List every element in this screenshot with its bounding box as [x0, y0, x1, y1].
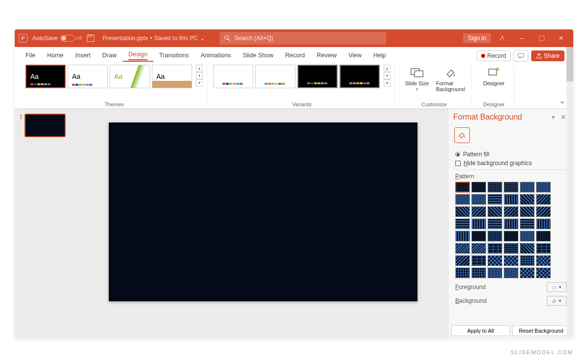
search-input[interactable]: Search (Alt+Q)	[220, 32, 386, 45]
pattern-swatch[interactable]	[504, 231, 518, 242]
tab-slideshow[interactable]: Slide Show	[237, 49, 279, 62]
pattern-swatch[interactable]	[471, 267, 486, 278]
pattern-swatch[interactable]	[504, 255, 518, 266]
pattern-swatch[interactable]	[520, 194, 535, 205]
pattern-swatch[interactable]	[488, 218, 502, 229]
tab-review[interactable]: Review	[311, 49, 343, 62]
tab-design[interactable]: Design	[122, 48, 153, 62]
variant-option[interactable]	[340, 65, 380, 88]
tab-insert[interactable]: Insert	[70, 49, 97, 62]
pattern-swatch[interactable]	[504, 243, 518, 254]
maximize-button[interactable]	[533, 31, 550, 45]
pattern-swatch[interactable]	[488, 182, 502, 193]
pattern-swatch[interactable]	[536, 267, 551, 278]
pattern-swatch[interactable]	[488, 243, 502, 254]
pattern-swatch[interactable]	[520, 243, 535, 254]
tab-file[interactable]: File	[20, 49, 41, 62]
pattern-swatch[interactable]	[455, 182, 470, 193]
variants-scroll[interactable]: ▴▾▾	[384, 65, 391, 87]
theme-option[interactable]: Aa	[25, 65, 66, 88]
pattern-swatch[interactable]	[536, 206, 551, 217]
tab-record[interactable]: Record	[279, 49, 311, 62]
pattern-swatch[interactable]	[504, 218, 518, 229]
designer-button[interactable]: Designer	[478, 65, 510, 87]
pattern-swatch[interactable]	[471, 206, 486, 217]
pattern-swatch[interactable]	[455, 255, 470, 266]
pattern-swatch[interactable]	[536, 243, 551, 254]
panel-options-icon[interactable]: ▼	[548, 115, 559, 120]
svg-rect-8	[489, 69, 497, 75]
pattern-swatch[interactable]	[536, 255, 551, 266]
variant-option[interactable]	[297, 65, 338, 88]
comments-button[interactable]	[514, 50, 528, 62]
document-title[interactable]: Presentation.pptx • Saved to this PC ⌄	[102, 35, 205, 42]
customize-label: Customize	[421, 101, 447, 107]
pattern-swatch[interactable]	[536, 194, 551, 205]
panel-scrollbar[interactable]	[566, 47, 573, 338]
signin-button[interactable]: Sign in	[463, 33, 491, 43]
close-button[interactable]: ✕	[553, 31, 569, 45]
tab-animations[interactable]: Animations	[195, 49, 237, 62]
pattern-swatch[interactable]	[520, 267, 535, 278]
designer-group: Designer Designer	[474, 65, 514, 107]
tab-help[interactable]: Help	[368, 49, 392, 62]
theme-option[interactable]: Aa	[110, 65, 150, 88]
apply-all-button[interactable]: Apply to All	[451, 325, 510, 336]
pattern-swatch[interactable]	[488, 206, 502, 217]
hide-bg-checkbox[interactable]: Hide background graphics	[455, 160, 566, 167]
pattern-swatch[interactable]	[471, 182, 486, 193]
tab-draw[interactable]: Draw	[97, 49, 122, 62]
tab-home[interactable]: Home	[41, 49, 69, 62]
pattern-fill-radio[interactable]: Pattern fill	[455, 151, 566, 158]
pattern-swatch[interactable]	[471, 243, 486, 254]
theme-option[interactable]: Aa	[152, 65, 192, 88]
pattern-swatch[interactable]	[471, 194, 486, 205]
background-color-button[interactable]: ▼	[547, 296, 566, 306]
pattern-swatch[interactable]	[455, 206, 470, 217]
pattern-swatch[interactable]	[536, 182, 551, 193]
pattern-swatch[interactable]	[520, 218, 535, 229]
save-icon[interactable]	[87, 34, 95, 42]
variant-option[interactable]	[213, 65, 253, 88]
pattern-swatch[interactable]	[455, 267, 470, 278]
pattern-swatch[interactable]	[455, 231, 470, 242]
autosave-toggle[interactable]: AutoSave Off	[32, 35, 82, 42]
tab-view[interactable]: View	[343, 49, 368, 62]
pattern-swatch[interactable]	[455, 194, 470, 205]
tab-transitions[interactable]: Transitions	[153, 49, 195, 62]
pattern-swatch[interactable]	[488, 194, 502, 205]
pattern-swatch[interactable]	[471, 255, 486, 266]
fill-tab-icon[interactable]	[454, 127, 470, 143]
pattern-swatch[interactable]	[504, 194, 518, 205]
pattern-swatch[interactable]	[455, 218, 470, 229]
pattern-swatch[interactable]	[520, 231, 535, 242]
format-background-button[interactable]: Format Background	[435, 65, 467, 93]
pattern-swatch[interactable]	[504, 267, 518, 278]
pattern-swatch[interactable]	[455, 243, 470, 254]
themes-scroll[interactable]: ▴▾▾	[196, 65, 203, 87]
collapse-ribbon-icon[interactable]: ⌄	[559, 96, 565, 105]
pattern-swatch[interactable]	[471, 218, 486, 229]
minimize-button[interactable]: ─	[514, 31, 530, 45]
theme-option[interactable]: Aa	[68, 65, 108, 88]
pattern-swatch[interactable]	[520, 182, 535, 193]
pattern-swatch[interactable]	[520, 255, 535, 266]
pattern-swatch[interactable]	[536, 218, 551, 229]
pattern-swatch[interactable]	[471, 231, 486, 242]
pattern-swatch[interactable]	[504, 206, 518, 217]
variant-option[interactable]	[255, 65, 295, 88]
pattern-swatch[interactable]	[520, 206, 535, 217]
slide-thumbnail[interactable]	[24, 114, 66, 137]
share-button[interactable]: Share	[531, 50, 564, 61]
pattern-swatch[interactable]	[488, 267, 502, 278]
ribbon-mode-icon[interactable]	[494, 31, 511, 45]
pattern-swatch[interactable]	[488, 231, 502, 242]
foreground-color-button[interactable]: ▼	[547, 282, 566, 292]
pattern-swatch[interactable]	[488, 255, 502, 266]
pattern-swatch[interactable]	[536, 231, 551, 242]
slide-size-button[interactable]: Slide Size▼	[401, 65, 433, 93]
pattern-swatch[interactable]	[504, 182, 518, 193]
slide-canvas[interactable]	[109, 122, 417, 301]
reset-background-button[interactable]: Reset Background	[512, 325, 571, 336]
record-button[interactable]: Record	[477, 50, 511, 61]
